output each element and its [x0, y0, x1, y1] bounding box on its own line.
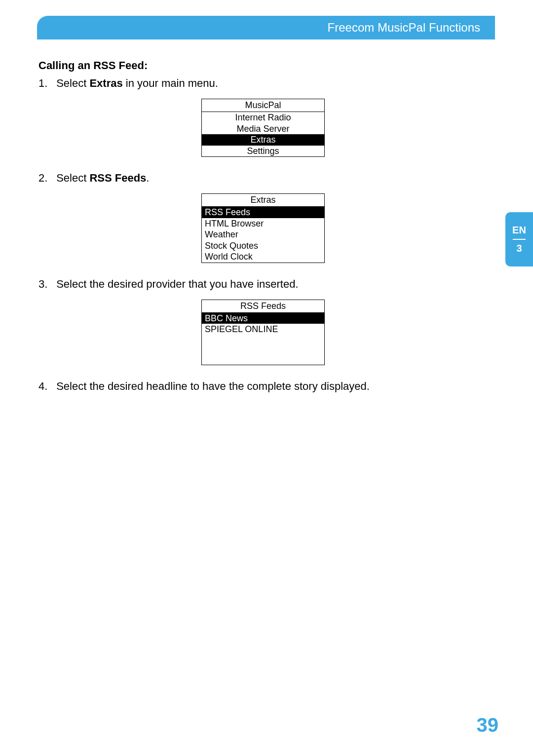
header-title: Freecom MusicPal Functions	[328, 21, 480, 35]
step-3-text: Select the desired provider that you hav…	[56, 278, 298, 290]
step-4-num: 4.	[38, 380, 53, 393]
step-1-num: 1.	[38, 77, 53, 90]
menu-item: HTML Browser	[202, 218, 324, 229]
step-2-num: 2.	[38, 172, 53, 185]
menu-item: SPIEGEL ONLINE	[202, 324, 324, 335]
menu-item: Stock Quotes	[202, 240, 324, 252]
menu-item-selected: Extras	[202, 134, 324, 146]
menu-extras: Extras RSS Feeds HTML Browser Weather St…	[201, 193, 325, 263]
step-3-num: 3.	[38, 278, 53, 291]
menu-extras-title: Extras	[202, 194, 324, 207]
side-tab-chapter: 3	[516, 243, 522, 254]
header-bar: Freecom MusicPal Functions	[37, 16, 495, 39]
menu-item-selected: BBC News	[202, 313, 324, 324]
step-4: 4. Select the desired headline to have t…	[38, 380, 488, 393]
menu-item: Internet Radio	[202, 112, 324, 123]
menu-musicpal-title: MusicPal	[202, 99, 324, 112]
menu-item: Media Server	[202, 123, 324, 135]
side-tab-lang: EN	[512, 225, 526, 236]
step-1-bold: Extras	[89, 77, 122, 89]
menu-rss-title: RSS Feeds	[202, 300, 324, 313]
side-tab-divider	[513, 239, 526, 240]
menu-item: World Clock	[202, 251, 324, 263]
page-number: 39	[477, 714, 499, 736]
menu-item: Weather	[202, 229, 324, 240]
section-title: Calling an RSS Feed:	[38, 59, 488, 72]
step-2-bold: RSS Feeds	[89, 172, 146, 184]
side-tab: EN 3	[505, 212, 533, 266]
step-2-pre: Select	[56, 172, 89, 184]
menu-item-selected: RSS Feeds	[202, 207, 324, 218]
step-4-text: Select the desired headline to have the …	[56, 380, 370, 392]
menu-filler	[202, 335, 324, 365]
menu-musicpal: MusicPal Internet Radio Media Server Ext…	[201, 99, 325, 157]
step-2-post: .	[146, 172, 149, 184]
menu-item: Settings	[202, 146, 324, 157]
step-1-post: in your main menu.	[123, 77, 218, 89]
content: Calling an RSS Feed: 1. Select Extras in…	[38, 59, 488, 402]
step-1: 1. Select Extras in your main menu.	[38, 77, 488, 90]
step-1-pre: Select	[56, 77, 89, 89]
step-2: 2. Select RSS Feeds.	[38, 172, 488, 185]
menu-rss-feeds: RSS Feeds BBC News SPIEGEL ONLINE	[201, 300, 325, 365]
step-3: 3. Select the desired provider that you …	[38, 278, 488, 291]
